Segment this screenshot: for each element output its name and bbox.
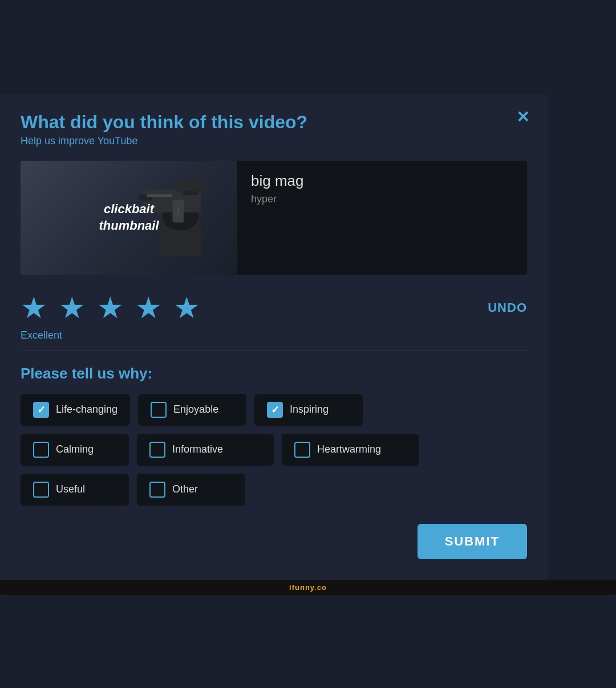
feedback-prompt: Please tell us why:: [21, 365, 527, 382]
video-card: clickbaitthumbnail big mag hyper: [21, 161, 527, 275]
ifunny-footer: ifunny.co: [0, 580, 616, 595]
svg-rect-4: [175, 179, 206, 192]
thumbnail-text: clickbaitthumbnail: [99, 201, 159, 234]
checkbox-inspiring[interactable]: ✓ Inspiring: [254, 394, 363, 426]
rating-label: Excellent: [21, 329, 527, 341]
checkbox-row-3: Useful Other: [21, 474, 527, 506]
divider: [21, 351, 527, 351]
video-thumbnail: clickbaitthumbnail: [21, 161, 237, 275]
checkbox-label-informative: Informative: [172, 443, 223, 455]
checkbox-box-other: [149, 482, 165, 498]
checkbox-row-1: ✓ Life-changing Enjoyable ✓ Inspiring: [21, 394, 527, 426]
dialog-title: What did you think of this video?: [21, 112, 527, 133]
close-button[interactable]: ✕: [516, 109, 529, 125]
checkbox-useful[interactable]: Useful: [21, 474, 129, 506]
star-5[interactable]: ★: [173, 291, 200, 325]
checkbox-label-heartwarming: Heartwarming: [317, 443, 381, 455]
checkbox-label-useful: Useful: [56, 483, 85, 495]
checkbox-life-changing[interactable]: ✓ Life-changing: [21, 394, 130, 426]
feedback-dialog: ✕ What did you think of this video? Help…: [0, 93, 548, 580]
dialog-subtitle: Help us improve YouTube: [21, 135, 527, 147]
checkbox-row-2: Calming Informative Heartwarming: [21, 434, 527, 466]
star-4[interactable]: ★: [135, 291, 162, 325]
checkbox-label-inspiring: Inspiring: [290, 404, 329, 416]
checkbox-label-life-changing: Life-changing: [56, 404, 117, 416]
rating-row: ★ ★ ★ ★ ★ UNDO: [21, 291, 527, 325]
video-author: hyper: [251, 193, 304, 205]
checkbox-label-enjoyable: Enjoyable: [173, 404, 218, 416]
checkbox-heartwarming[interactable]: Heartwarming: [282, 434, 419, 466]
checkbox-box-calming: [33, 442, 49, 458]
undo-button[interactable]: UNDO: [488, 300, 527, 315]
checkbox-box-enjoyable: [151, 402, 167, 418]
checkbox-informative[interactable]: Informative: [137, 434, 274, 466]
submit-row: SUBMIT: [21, 524, 527, 559]
checkbox-box-useful: [33, 482, 49, 498]
star-1[interactable]: ★: [21, 291, 47, 325]
submit-button[interactable]: SUBMIT: [418, 524, 527, 559]
checkbox-grid: ✓ Life-changing Enjoyable ✓ Inspiring: [21, 394, 527, 506]
stars-container: ★ ★ ★ ★ ★: [21, 291, 200, 325]
video-title: big mag: [251, 172, 304, 190]
video-info: big mag hyper: [237, 161, 318, 275]
checkbox-enjoyable[interactable]: Enjoyable: [138, 394, 246, 426]
checkbox-label-calming: Calming: [56, 443, 94, 455]
svg-rect-7: [183, 190, 198, 194]
checkbox-other[interactable]: Other: [137, 474, 245, 506]
checkbox-box-heartwarming: [294, 442, 310, 458]
checkbox-label-other: Other: [172, 483, 198, 495]
checkbox-box-life-changing: ✓: [33, 402, 49, 418]
svg-rect-8: [147, 194, 173, 197]
checkbox-box-inspiring: ✓: [267, 402, 283, 418]
checkbox-calming[interactable]: Calming: [21, 434, 129, 466]
star-2[interactable]: ★: [59, 291, 86, 325]
star-3[interactable]: ★: [97, 291, 124, 325]
checkbox-box-informative: [149, 442, 165, 458]
